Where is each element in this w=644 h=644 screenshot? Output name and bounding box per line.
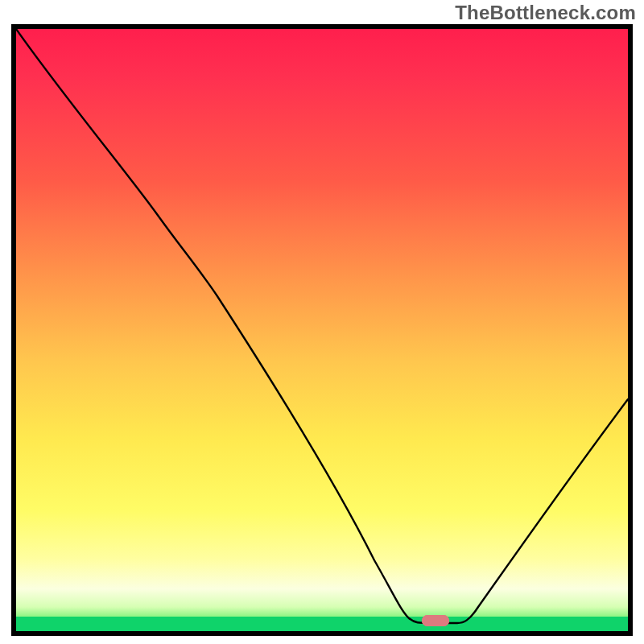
chart-area bbox=[11, 24, 633, 636]
optimal-marker bbox=[422, 615, 449, 626]
bottleneck-curve bbox=[16, 29, 628, 631]
bottleneck-curve-path bbox=[16, 29, 628, 623]
watermark-text: TheBottleneck.com bbox=[455, 2, 636, 24]
